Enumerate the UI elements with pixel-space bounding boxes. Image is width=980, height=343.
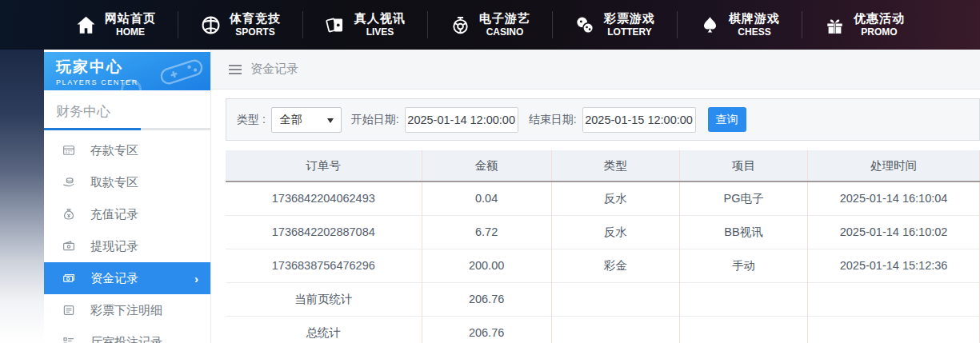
cell-grand-total-label: 总统计 xyxy=(226,316,422,343)
nav-item-label: 体育竞技 SPORTS xyxy=(230,11,281,38)
nav-item-casino[interactable]: 电子游艺 CASINO xyxy=(427,11,552,38)
basketball-icon xyxy=(200,14,222,36)
cell-project: PG电子 xyxy=(679,181,807,215)
sidebar-item-withdrawal-records[interactable]: 提现记录 xyxy=(44,230,210,262)
cell-amount: 0.04 xyxy=(422,181,551,215)
table-row: 1736842204062493 0.04 反水 PG电子 2025-01-14… xyxy=(226,181,980,215)
sidebar-item-withdraw-zone[interactable]: 取款专区 xyxy=(44,166,210,198)
table-row: 1736842202887084 6.72 反水 BB视讯 2025-01-14… xyxy=(226,215,980,249)
start-date-input[interactable] xyxy=(405,107,518,133)
nav-item-label: 电子游艺 CASINO xyxy=(479,11,530,38)
nav-item-label: 彩票游戏 LOTTERY xyxy=(604,11,655,38)
sidebar-menu: 存款专区 取款专区 充值记录 提现记录 资金记录 › xyxy=(44,134,210,343)
cell-page-total-label: 当前页统计 xyxy=(226,282,422,316)
gift-icon xyxy=(824,14,846,36)
sidebar: 玩家中心 PLAYERS CENTER 财务中心 存款专区 取款专区 充值记录 xyxy=(44,50,211,343)
hand-money-icon xyxy=(62,175,76,189)
money-bag-icon xyxy=(62,207,76,221)
column-header-amount: 金额 xyxy=(422,150,551,181)
column-header-type: 类型 xyxy=(551,150,679,181)
lottery-balls-icon xyxy=(574,14,596,36)
sidebar-item-hall-bet-records[interactable]: 厅室投注记录 xyxy=(44,326,210,343)
nav-item-promo[interactable]: 优惠活动 PROMO xyxy=(802,11,926,38)
chevron-down-icon xyxy=(327,118,334,123)
menu-toggle-icon[interactable] xyxy=(229,65,242,74)
nav-item-lives[interactable]: 真人视讯 LIVES xyxy=(302,11,427,38)
sidebar-item-label: 取款专区 xyxy=(90,175,138,190)
type-select[interactable]: 全部 xyxy=(271,107,342,133)
cell-order-no: 1736838756476296 xyxy=(226,249,422,282)
table-row-page-total: 当前页统计 206.76 xyxy=(226,282,980,316)
end-date-input[interactable] xyxy=(582,107,696,133)
column-header-order-no: 订单号 xyxy=(226,150,422,181)
cell-time: 2025-01-14 16:10:04 xyxy=(808,181,980,215)
column-header-project: 项目 xyxy=(679,150,807,181)
banknotes-icon xyxy=(62,271,76,285)
roulette-icon xyxy=(450,14,471,36)
sidebar-item-label: 存款专区 xyxy=(90,143,138,158)
nav-item-label: 网站首页 HOME xyxy=(105,11,156,38)
sidebar-item-deposit-zone[interactable]: 存款专区 xyxy=(44,134,210,166)
sidebar-item-label: 资金记录 xyxy=(90,271,138,286)
nav-item-label: 棋牌游戏 CHESS xyxy=(729,11,780,38)
table-row: 1736838756476296 200.00 彩金 手动 2025-01-14… xyxy=(226,249,980,282)
spade-icon xyxy=(699,14,721,36)
cell-type: 反水 xyxy=(551,181,679,215)
type-label: 类型 : xyxy=(237,113,266,127)
cell-time: 2025-01-14 16:10:02 xyxy=(808,215,980,249)
table-row-grand-total: 总统计 206.76 xyxy=(226,316,980,343)
sidebar-item-label: 提现记录 xyxy=(90,239,138,254)
cell-amount: 6.72 xyxy=(422,215,551,249)
cell-empty xyxy=(679,316,807,343)
home-icon xyxy=(75,14,97,36)
cell-page-total-amount: 206.76 xyxy=(422,282,551,316)
cell-time: 2025-01-14 15:12:36 xyxy=(808,249,980,282)
main-content: 资金记录 类型 : 全部 开始日期: 结束日期: 查询 订单号 金额 类型 项目… xyxy=(211,50,980,343)
cell-type: 反水 xyxy=(551,215,679,249)
type-select-value: 全部 xyxy=(280,113,302,127)
cell-order-no: 1736842204062493 xyxy=(226,181,422,215)
sidebar-header: 玩家中心 PLAYERS CENTER xyxy=(44,52,210,90)
cell-empty xyxy=(808,316,980,343)
section-underline xyxy=(44,128,210,130)
nav-item-home[interactable]: 网站首页 HOME xyxy=(54,11,178,38)
banner-background xyxy=(0,50,44,343)
nav-item-chess[interactable]: 棋牌游戏 CHESS xyxy=(677,11,802,38)
cell-project: 手动 xyxy=(679,249,807,282)
sidebar-item-lottery-bet-detail[interactable]: 彩票下注明细 xyxy=(44,294,210,326)
cell-order-no: 1736842202887084 xyxy=(226,215,422,249)
cell-empty xyxy=(679,282,807,316)
column-header-time: 处理时间 xyxy=(808,150,980,181)
sidebar-item-label: 彩票下注明细 xyxy=(90,303,162,318)
top-nav: 网站首页 HOME 体育竞技 SPORTS 真人视讯 LIVES 电子游艺 CA… xyxy=(0,0,980,50)
playing-cards-icon xyxy=(325,14,346,36)
start-date-label: 开始日期: xyxy=(351,113,399,127)
cell-empty xyxy=(808,282,980,316)
cell-empty xyxy=(551,282,679,316)
filter-bar: 类型 : 全部 开始日期: 结束日期: 查询 xyxy=(226,98,980,141)
nav-item-lottery[interactable]: 彩票游戏 LOTTERY xyxy=(552,11,677,38)
gamepad-icon xyxy=(156,55,207,90)
fund-records-table: 订单号 金额 类型 项目 处理时间 1736842204062493 0.04 … xyxy=(226,150,980,343)
breadcrumb: 资金记录 xyxy=(211,50,980,90)
sidebar-item-recharge-records[interactable]: 充值记录 xyxy=(44,198,210,230)
wallet-icon xyxy=(62,239,76,253)
document-icon xyxy=(62,303,76,317)
cell-project: BB视讯 xyxy=(679,215,807,249)
search-button[interactable]: 查询 xyxy=(708,107,746,132)
page-title: 资金记录 xyxy=(250,62,298,77)
sidebar-item-label: 充值记录 xyxy=(90,207,138,222)
nav-item-sports[interactable]: 体育竞技 SPORTS xyxy=(178,11,302,38)
nav-item-label: 优惠活动 PROMO xyxy=(854,11,905,38)
cell-amount: 200.00 xyxy=(422,249,551,282)
deposit-card-icon xyxy=(62,143,76,158)
chevron-right-icon: › xyxy=(194,272,198,285)
sidebar-item-label: 厅室投注记录 xyxy=(90,335,162,343)
sidebar-section-title: 财务中心 xyxy=(44,90,210,121)
nav-item-label: 真人视讯 LIVES xyxy=(354,11,406,38)
cell-grand-total-amount: 206.76 xyxy=(422,316,551,343)
sidebar-item-fund-records[interactable]: 资金记录 › xyxy=(44,262,210,294)
end-date-label: 结束日期: xyxy=(529,113,577,127)
cell-empty xyxy=(551,316,679,343)
list-icon xyxy=(62,335,76,343)
